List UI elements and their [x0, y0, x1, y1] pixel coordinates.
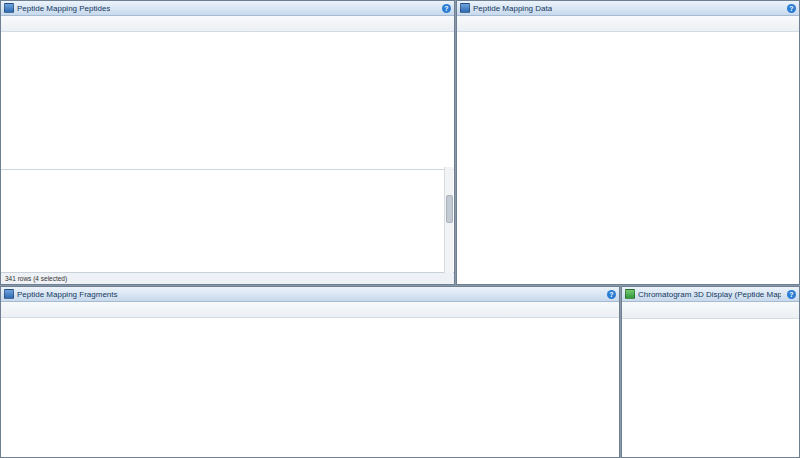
fragments-toolbar — [1, 302, 619, 318]
panel-title: Peptide Mapping Peptides — [17, 4, 110, 13]
titlebar-data[interactable]: Peptide Mapping Data ? — [457, 1, 799, 16]
chrom3d-panel-icon — [625, 289, 635, 299]
panel-chrom3d: Chromatogram 3D Display (Peptide Mapping… — [621, 286, 800, 458]
panel-title: Chromatogram 3D Display (Peptide Mapping… — [638, 290, 781, 299]
help-icon[interactable]: ? — [607, 290, 616, 299]
panel-title: Peptide Mapping Data — [473, 4, 552, 13]
fragment-spectrum-canvas[interactable] — [1, 318, 619, 457]
titlebar-chrom3d[interactable]: Chromatogram 3D Display (Peptide Mapping… — [622, 287, 799, 302]
titlebar-peptides[interactable]: Peptide Mapping Peptides ? — [1, 1, 454, 16]
peptide-table — [1, 170, 454, 272]
vertical-scrollbar[interactable] — [444, 167, 453, 273]
panel-data: Peptide Mapping Data ? — [456, 0, 800, 285]
panel-fragments: Peptide Mapping Fragments ? — [0, 286, 620, 458]
lcms-map-canvas[interactable] — [457, 32, 799, 284]
sequence-coverage-view[interactable] — [1, 32, 454, 170]
panel-title: Peptide Mapping Fragments — [17, 290, 118, 299]
status-bar: 341 rows (4 selected) — [1, 272, 454, 284]
peptides-toolbar — [1, 16, 454, 32]
panel-peptides: Peptide Mapping Peptides ? 341 rows (4 s… — [0, 0, 455, 285]
help-icon[interactable]: ? — [442, 4, 451, 13]
help-icon[interactable]: ? — [787, 290, 796, 299]
chromatogram-3d-canvas[interactable] — [622, 319, 799, 457]
peptides-panel-icon — [4, 3, 14, 13]
data-panel-icon — [460, 3, 470, 13]
chrom3d-toolbar — [622, 302, 799, 319]
help-icon[interactable]: ? — [787, 4, 796, 13]
data-toolbar — [457, 16, 799, 32]
scrollbar-thumb[interactable] — [446, 195, 453, 223]
fragments-panel-icon — [4, 289, 14, 299]
titlebar-fragments[interactable]: Peptide Mapping Fragments ? — [1, 287, 619, 302]
